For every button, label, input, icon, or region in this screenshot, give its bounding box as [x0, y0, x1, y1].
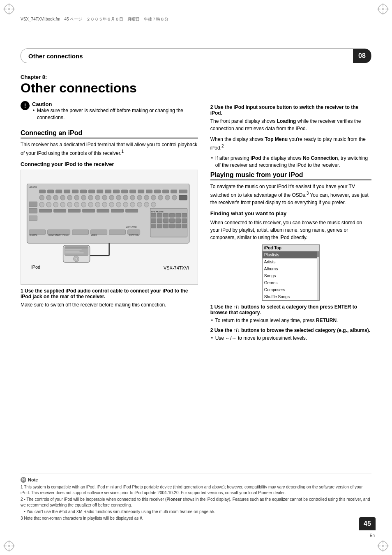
ipod-screen-row-genres: Genres [263, 279, 317, 286]
svg-text:LEGEND: LEGEND [29, 186, 37, 188]
svg-rect-78 [109, 202, 114, 207]
ipod-label: iPod [27, 265, 40, 270]
svg-rect-92 [182, 213, 187, 217]
svg-rect-130 [65, 251, 80, 252]
svg-rect-81 [130, 202, 135, 207]
browse-step2-list: Use ←/→ to move to previous/next levels. [210, 335, 371, 342]
chapter-title: Other connections [21, 81, 371, 95]
ipod-screen-scrolltrack [317, 251, 319, 300]
browse-step2-bullet: Use ←/→ to move to previous/next levels. [210, 335, 371, 342]
step2-bullet-item: If after pressing iPod the display shows… [210, 155, 371, 169]
svg-rect-32 [89, 190, 95, 193]
svg-rect-66 [29, 208, 37, 213]
svg-rect-67 [29, 216, 37, 221]
step1-detail: Make sure to switch off the receiver bef… [21, 301, 198, 309]
svg-rect-91 [176, 213, 181, 217]
svg-rect-39 [146, 190, 152, 193]
svg-rect-75 [88, 202, 93, 207]
ipod-screen-row-artists: Artists [263, 258, 317, 265]
svg-rect-110 [111, 209, 124, 212]
metadata-text: VSX_74TXVi.book.fm 45 ページ ２００５年６月６日 月曜日 … [21, 17, 168, 21]
svg-rect-33 [97, 190, 103, 193]
step1-text: 1 Use the supplied iPod audio control ca… [21, 288, 198, 299]
svg-rect-42 [171, 190, 177, 193]
svg-rect-128 [65, 247, 88, 249]
svg-rect-70 [53, 202, 58, 207]
svg-rect-61 [158, 195, 163, 200]
svg-rect-48 [67, 195, 72, 200]
ipod-screen-scrollbar: Playlists Artists Albums Songs Genres Co… [263, 251, 319, 300]
svg-rect-88 [157, 213, 162, 217]
svg-rect-108 [83, 209, 95, 212]
svg-rect-103 [176, 224, 181, 228]
svg-rect-49 [74, 195, 79, 200]
svg-rect-28 [56, 190, 62, 193]
note-footnote-2: 2 • The controls of your iPod will be in… [21, 497, 371, 508]
note-box: N Note 1 This system is compatible with … [21, 474, 371, 523]
step2-bullet-list: If after pressing iPod the display shows… [210, 155, 371, 169]
svg-rect-59 [144, 195, 149, 200]
step2-body2: When the display shows Top Menu you're r… [210, 136, 371, 152]
svg-rect-97 [176, 219, 181, 223]
svg-rect-57 [130, 195, 135, 200]
svg-point-19 [382, 545, 384, 547]
en-label: En [370, 533, 375, 538]
ipod-screen-row-composers: Composers [263, 286, 317, 293]
svg-rect-102 [170, 224, 175, 228]
svg-rect-76 [95, 202, 100, 207]
svg-point-1 [8, 8, 10, 10]
svg-rect-50 [81, 195, 86, 200]
svg-text:COMPONENT VIDEO: COMPONENT VIDEO [48, 234, 69, 236]
svg-rect-26 [39, 190, 46, 193]
svg-rect-62 [165, 195, 170, 200]
svg-rect-104 [182, 224, 187, 228]
browse-step1-text: 1 Use the ↑/↓ buttons to select a catego… [210, 304, 371, 315]
svg-rect-73 [74, 202, 79, 207]
svg-rect-38 [138, 190, 144, 193]
svg-rect-101 [164, 224, 168, 228]
receiver-diagram-svg: LEGEND [25, 184, 193, 264]
caution-box: ! Caution Make sure the power is switche… [21, 101, 198, 124]
svg-rect-82 [137, 202, 142, 207]
svg-rect-35 [113, 190, 120, 193]
svg-rect-27 [48, 190, 54, 193]
right-column: 2 Use the iPod input source button to sw… [210, 101, 371, 344]
svg-text:VIDEO: VIDEO [91, 234, 97, 236]
playing-music-body: To navigate the music on your iPod it's … [210, 183, 371, 206]
svg-rect-45 [46, 195, 51, 200]
svg-rect-79 [116, 202, 121, 207]
vsx-label: VSX-74TXVi [40, 265, 191, 270]
svg-rect-58 [137, 195, 142, 200]
svg-rect-41 [163, 190, 169, 193]
svg-rect-71 [60, 202, 65, 207]
finding-body: When connected to this receiver, you can… [210, 219, 371, 241]
browse-step2-text: 2 Use the ↑/↓ buttons to browse the sele… [210, 327, 371, 333]
corner-mark-bl [3, 540, 15, 552]
note-footnote-3: 3 Note that non-roman characters in play… [21, 516, 371, 521]
svg-rect-109 [97, 209, 109, 212]
svg-rect-111 [126, 209, 138, 212]
browse-step1-list: To return to the previous level any time… [210, 317, 371, 324]
svg-rect-51 [88, 195, 93, 200]
svg-rect-69 [46, 202, 51, 207]
caution-content: Caution Make sure the power is switched … [32, 101, 198, 124]
svg-rect-80 [123, 202, 128, 207]
caution-icon: ! [21, 101, 30, 110]
svg-point-7 [382, 8, 384, 10]
svg-rect-93 [151, 219, 156, 223]
chapter-badge: 08 [353, 49, 371, 63]
svg-rect-106 [54, 209, 66, 212]
svg-rect-60 [151, 195, 156, 200]
caution-title: Caution [32, 101, 198, 107]
svg-rect-53 [102, 195, 107, 200]
svg-rect-65 [29, 202, 37, 207]
ipod-screen-title: iPod Top [263, 245, 319, 251]
svg-rect-94 [157, 219, 162, 223]
svg-rect-46 [53, 195, 58, 200]
step2-heading: 2 Use the iPod input source button to sw… [210, 104, 371, 116]
svg-rect-131 [65, 252, 84, 253]
svg-rect-129 [65, 249, 82, 250]
step2-body1: The front panel display shows Loading wh… [210, 117, 371, 132]
note-icon: N [21, 477, 26, 483]
ipod-screen-scrollthumb [317, 251, 319, 257]
